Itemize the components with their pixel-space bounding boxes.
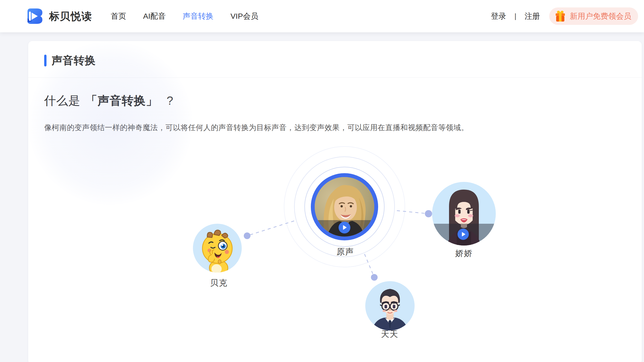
voice-conversion-page: 标贝悦读 首页 AI配音 声音转换 VIP会员 登录 | 注册 新用户免费领会员: [0, 0, 644, 362]
new-user-promo-button[interactable]: 新用户免费领会员: [549, 7, 638, 25]
top-navbar: 标贝悦读 首页 AI配音 声音转换 VIP会员 登录 | 注册 新用户免费领会员: [0, 0, 644, 32]
avatar-tiantian[interactable]: [365, 281, 415, 330]
play-jiaojiao-button[interactable]: [458, 229, 469, 240]
tiantian-illustration: [365, 281, 415, 330]
voice-label-beike: 贝克: [188, 277, 250, 289]
play-icon: [461, 232, 466, 237]
main-nav: 首页 AI配音 声音转换 VIP会员: [111, 11, 258, 22]
brand-play-logo-icon: [26, 8, 42, 24]
voice-conversion-diagram: 原声: [28, 41, 642, 362]
voice-label-original: 原声: [314, 246, 376, 258]
play-original-button[interactable]: [339, 222, 350, 233]
voice-label-tiantian: 天天: [359, 329, 421, 340]
content-card: 声音转换 什么是 「声音转换」 ? 像柯南的变声领结一样的神奇魔法，可以将任何人…: [28, 41, 642, 362]
play-icon: [342, 225, 347, 230]
voice-label-jiaojiao: 娇娇: [433, 248, 495, 259]
beike-cartoon: [193, 224, 242, 272]
connector-dot-tiantian: [371, 274, 378, 281]
brand[interactable]: 标贝悦读: [26, 8, 92, 24]
brand-title: 标贝悦读: [49, 9, 92, 23]
nav-item-vip[interactable]: VIP会员: [230, 11, 258, 22]
login-link[interactable]: 登录: [491, 11, 506, 22]
avatar-original-voice[interactable]: [311, 173, 378, 240]
gift-icon: [554, 10, 566, 22]
nav-item-ai-dubbing[interactable]: AI配音: [143, 11, 166, 22]
nav-item-home[interactable]: 首页: [111, 11, 126, 22]
avatar-beike[interactable]: [193, 224, 242, 272]
avatar-jiaojiao[interactable]: [432, 182, 496, 246]
promo-label: 新用户免费领会员: [570, 11, 631, 22]
connector-dot-beike: [244, 232, 250, 239]
register-link[interactable]: 注册: [525, 11, 540, 22]
auth-divider: |: [515, 12, 516, 20]
header-actions: 登录 | 注册 新用户免费领会员: [491, 7, 638, 25]
connector-dot-jiaojiao: [425, 210, 432, 217]
nav-item-voice-conversion[interactable]: 声音转换: [183, 11, 213, 22]
